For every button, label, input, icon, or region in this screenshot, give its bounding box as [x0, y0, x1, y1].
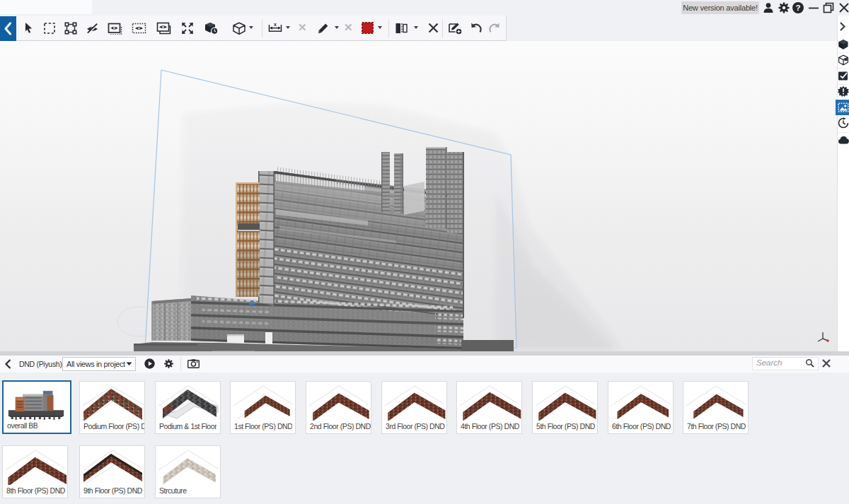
svg-text:?: ? [795, 4, 800, 12]
svg-text:x: x [274, 22, 277, 27]
